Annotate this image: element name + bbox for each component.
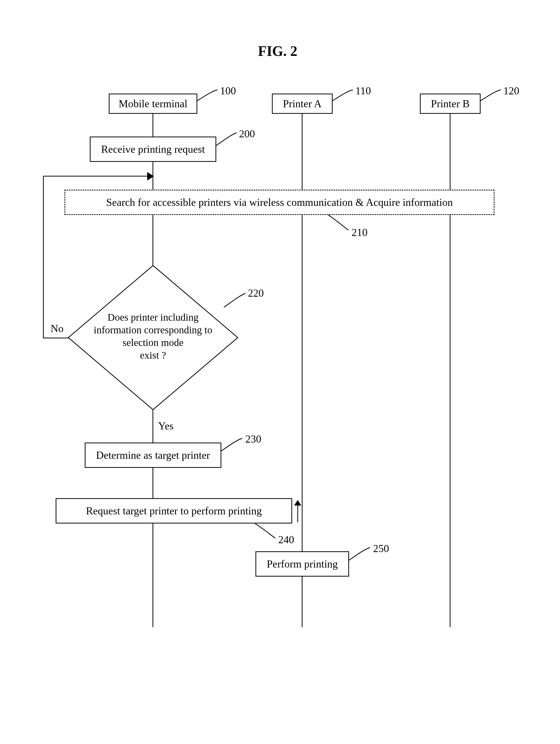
no-branch-v: [43, 176, 44, 338]
step-240: Request target printer to perform printi…: [55, 498, 292, 523]
ref-250: 250: [373, 543, 389, 555]
no-branch-arrow: [147, 172, 155, 181]
figure-title: FIG. 2: [258, 43, 297, 59]
no-branch-h1: [43, 338, 68, 338]
leader-200: [216, 132, 239, 149]
step-210-label: Search for accessible printers via wirel…: [106, 196, 453, 209]
lane-header-mobile-terminal: Mobile terminal: [109, 94, 197, 114]
step-230: Determine as target printer: [85, 443, 221, 468]
lifeline-printer-b-2: [450, 215, 450, 627]
lifeline-printer-b-1: [450, 114, 450, 190]
ref-110: 110: [356, 85, 371, 97]
step-210: Search for accessible printers via wirel…: [65, 190, 494, 215]
lane-header-printer-b: Printer B: [420, 94, 481, 114]
leader-240: [255, 523, 279, 541]
lane-header-printer-a-label: Printer A: [283, 98, 322, 110]
arrow-240-to-printer-a: [292, 500, 303, 522]
ref-220: 220: [248, 287, 264, 299]
leader-210: [328, 215, 353, 234]
lifeline-printer-a-1: [302, 114, 302, 190]
no-label: No: [50, 323, 64, 335]
lifeline-mobile-4: [152, 523, 153, 627]
yes-branch-v: [152, 410, 153, 443]
leader-250: [349, 546, 373, 564]
ref-200: 200: [239, 128, 255, 140]
line-230-to-240: [152, 468, 153, 498]
leader-100: [197, 88, 220, 106]
no-branch-h2: [43, 176, 148, 177]
step-220-label: Does printer including information corre…: [86, 311, 220, 362]
svg-marker-3: [294, 500, 301, 506]
step-200: Receive printing request: [90, 137, 216, 162]
leader-220: [224, 292, 249, 311]
lifeline-mobile-1: [152, 114, 153, 137]
yes-label: Yes: [158, 420, 174, 432]
lifeline-mobile-3: [152, 215, 153, 265]
step-250: Perform printing: [256, 551, 349, 576]
ref-230: 230: [245, 433, 261, 445]
step-240-label: Request target printer to perform printi…: [86, 505, 262, 517]
lane-header-printer-a: Printer A: [272, 94, 333, 114]
step-230-label: Determine as target printer: [96, 449, 210, 461]
leader-120: [481, 88, 503, 106]
step-250-label: Perform printing: [267, 558, 338, 570]
leader-110: [333, 88, 356, 106]
leader-230: [221, 437, 245, 455]
ref-240: 240: [278, 533, 294, 546]
lane-header-printer-b-label: Printer B: [431, 98, 470, 110]
ref-210: 210: [351, 226, 368, 238]
svg-marker-1: [147, 172, 154, 181]
step-200-label: Receive printing request: [101, 143, 205, 155]
ref-120: 120: [503, 85, 519, 97]
lane-header-mobile-terminal-label: Mobile terminal: [119, 98, 187, 110]
ref-100: 100: [220, 85, 236, 97]
diagram-page: FIG. 2 Mobile terminal 100 Printer A 110…: [0, 0, 560, 744]
